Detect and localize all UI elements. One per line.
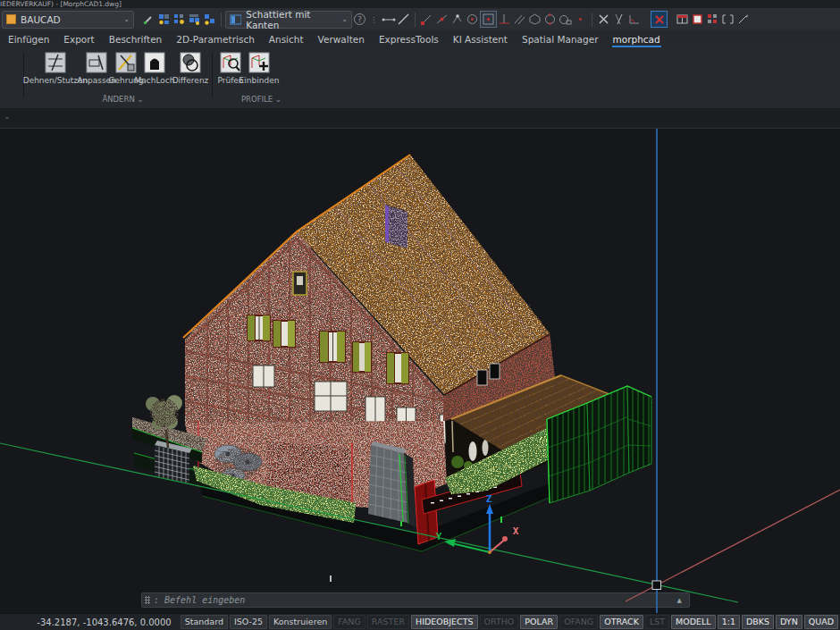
- status-ortho[interactable]: ORTHO: [480, 615, 519, 629]
- porch: [445, 375, 623, 483]
- group-separator: [23, 52, 24, 98]
- snap-none-icon[interactable]: [611, 12, 626, 27]
- drawing-viewport[interactable]: : Befehl eingeben ▲: [0, 128, 840, 613]
- ribbon-button-partial[interactable]: ht: [0, 48, 13, 85]
- red-construction-line[interactable]: [626, 490, 840, 601]
- cursor-snap-icon[interactable]: [735, 12, 751, 27]
- status-hideobjects[interactable]: HIDEOBJECTS: [411, 615, 478, 629]
- line-icon[interactable]: [396, 12, 411, 27]
- statue: [469, 441, 477, 461]
- clear-snaps-icon[interactable]: [596, 12, 611, 27]
- ribbon: ht N ⌄ Dehnen/Stutzen Anpassen Gehrung M…: [0, 48, 840, 109]
- distance-icon[interactable]: [381, 12, 396, 27]
- menu-verwalten[interactable]: Verwalten: [317, 32, 365, 46]
- brackets-icon[interactable]: [720, 12, 735, 27]
- ribbon-button-einbinden[interactable]: Einbinden: [230, 48, 289, 85]
- x-axis-d-icon: [502, 536, 508, 542]
- esnap-toggle-active-icon[interactable]: [651, 11, 668, 28]
- status-otrack[interactable]: OTRACK: [600, 615, 643, 629]
- grip-handle-icon[interactable]: [145, 596, 150, 604]
- status-modell[interactable]: MODELL: [671, 615, 716, 629]
- ribbon-group-profile[interactable]: PROFILE ⌄: [214, 95, 308, 104]
- ribbon-group-aendern[interactable]: ÄNDERN ⌄: [26, 95, 220, 104]
- menu-spatial-manager[interactable]: Spatial Manager: [521, 32, 600, 46]
- shade-mode-label: Schattiert mit Kanten: [246, 9, 341, 30]
- gable-facade: [185, 224, 443, 450]
- gable-windows: [247, 272, 461, 443]
- menu-einfuegen[interactable]: Einfügen: [7, 32, 50, 46]
- green-construction-line[interactable]: [0, 443, 738, 602]
- status-standard[interactable]: Standard: [181, 615, 228, 629]
- status-iso-25[interactable]: ISO-25: [230, 615, 267, 629]
- right-roof-plane: [297, 155, 550, 394]
- snap-endpoint-icon[interactable]: [419, 12, 434, 27]
- snap-perpendicular-icon[interactable]: [497, 12, 512, 27]
- shade-mode-combo[interactable]: Schattiert mit Kanten ⌄: [225, 11, 352, 29]
- help-icon[interactable]: ?: [352, 12, 367, 27]
- status-fang[interactable]: FANG: [333, 615, 365, 629]
- snap-parallel-icon[interactable]: [512, 12, 527, 27]
- y-axis-label: Y: [436, 531, 442, 542]
- ucs-icon[interactable]: Z Y X: [436, 493, 519, 554]
- menu-ansicht[interactable]: Ansicht: [268, 32, 305, 46]
- snap-tangent-icon[interactable]: [558, 12, 573, 27]
- stray-point: [330, 575, 332, 582]
- snap-quadrant-icon[interactable]: [542, 12, 558, 27]
- z-axis-label: Z: [486, 493, 492, 505]
- left-walkway: [132, 417, 222, 491]
- layer-state-1-icon[interactable]: [156, 12, 172, 27]
- status-lst[interactable]: LST: [645, 615, 669, 629]
- front-grass: [193, 466, 356, 523]
- separator-dots: ⋮: [370, 15, 378, 24]
- status-scale[interactable]: 1:1: [718, 615, 740, 629]
- menu-ki-assistent[interactable]: KI Assistent: [452, 32, 508, 46]
- status-quad[interactable]: QUAD: [804, 615, 838, 629]
- menu-morphcad-active[interactable]: morphcad: [612, 32, 661, 47]
- green-fence: [547, 386, 651, 503]
- command-line-bar[interactable]: : Befehl eingeben ▲: [141, 592, 690, 608]
- status-ofang[interactable]: OFANG: [559, 615, 598, 629]
- eyedropper-icon[interactable]: [141, 12, 156, 27]
- chimney: [385, 205, 407, 248]
- planter-box: [540, 405, 577, 457]
- layer-state-2-icon[interactable]: [172, 12, 187, 27]
- status-raster[interactable]: RASTER: [367, 615, 409, 629]
- workspace-label: BAUCAD: [21, 14, 61, 25]
- square-red-icon[interactable]: [690, 12, 705, 27]
- grid-red-icon[interactable]: [705, 12, 720, 27]
- table-red-icon[interactable]: [675, 12, 690, 27]
- menu-export[interactable]: Export: [63, 32, 95, 46]
- status-dyn[interactable]: DYN: [776, 615, 802, 629]
- status-konstruieren[interactable]: Konstruieren: [269, 615, 332, 629]
- y-axis-arrow-icon: [444, 539, 456, 547]
- menu-2d-parametrisch[interactable]: 2D-Parametrisch: [175, 32, 256, 46]
- menu-beschriften[interactable]: Beschriften: [108, 32, 164, 46]
- millstones: [214, 445, 262, 483]
- snap-nearest-icon[interactable]: [573, 12, 588, 27]
- status-dbks[interactable]: DBKS: [742, 615, 774, 629]
- chevron-down-icon[interactable]: ⌄: [4, 112, 11, 121]
- snap-polygon-icon[interactable]: [527, 12, 542, 27]
- status-polar[interactable]: POLAR: [520, 615, 558, 629]
- ribbon-group-partial[interactable]: N ⌄: [0, 95, 7, 104]
- point-cloud-scene: Z Y X: [0, 129, 840, 614]
- snap-vertex-icon[interactable]: [449, 12, 465, 27]
- snap-node-selected-icon[interactable]: [480, 11, 497, 28]
- window-title: IEDERVERKAUF) - [MorphCAD1.dwg]: [0, 0, 122, 8]
- expand-triangle-icon[interactable]: ▲: [677, 597, 682, 604]
- right-garden-grass: [445, 391, 652, 494]
- layer-state-4-icon[interactable]: [202, 12, 217, 27]
- snap-center-icon[interactable]: [465, 12, 480, 27]
- snap-midpoint-icon[interactable]: [434, 12, 449, 27]
- ground-floor-wall: [185, 421, 447, 508]
- command-prompt[interactable]: : Befehl eingeben: [154, 595, 245, 605]
- workspace-combo[interactable]: BAUCAD ⌄: [2, 11, 134, 29]
- concrete-block: [368, 441, 416, 528]
- right-side-wall: [443, 333, 556, 423]
- separator: [415, 13, 416, 27]
- quick-access-toolbar: BAUCAD ⌄ Schattiert mit Kanten ⌄ ? ⋮: [0, 8, 840, 31]
- layer-state-3-icon[interactable]: [187, 12, 202, 27]
- snap-angle-icon[interactable]: [626, 12, 642, 27]
- menu-expresstools[interactable]: ExpressTools: [378, 32, 440, 46]
- title-bar: IEDERVERKAUF) - [MorphCAD1.dwg]: [0, 0, 840, 8]
